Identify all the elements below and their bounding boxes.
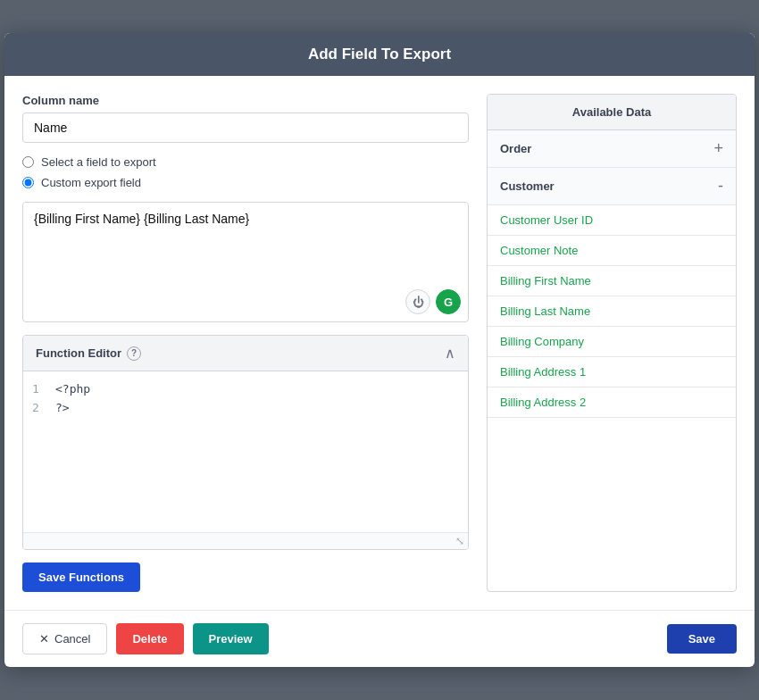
radio-custom-input[interactable] — [22, 177, 34, 188]
preview-button[interactable]: Preview — [193, 623, 269, 654]
radio-select-input[interactable] — [22, 156, 34, 168]
add-field-modal: Add Field To Export Column name Select a… — [4, 33, 755, 667]
textarea-icons: ⏻ G — [405, 289, 461, 314]
save-button[interactable]: Save — [667, 624, 737, 654]
data-item-customer-user-id[interactable]: Customer User ID — [488, 205, 736, 236]
right-panel: Available Data Order + Customer - Custom… — [487, 94, 737, 592]
code-editor[interactable]: 1 <?php 2 ?> — [23, 371, 468, 532]
column-name-group: Column name — [22, 94, 469, 143]
collapse-button[interactable]: ∧ — [445, 345, 455, 362]
data-item-customer-note[interactable]: Customer Note — [488, 236, 736, 266]
line-code-2: ?> — [55, 399, 70, 418]
customer-section-toggle[interactable]: - — [718, 177, 723, 196]
save-functions-button[interactable]: Save Functions — [22, 562, 140, 592]
code-line-1: 1 <?php — [32, 380, 459, 399]
radio-custom-label: Custom export field — [41, 176, 141, 189]
radio-custom-field[interactable]: Custom export field — [22, 176, 469, 189]
function-editor-title-text: Function Editor — [36, 346, 121, 360]
grammarly-icon: G — [444, 296, 453, 309]
radio-select-label: Select a field to export — [41, 155, 156, 169]
customer-section-header[interactable]: Customer - — [488, 168, 736, 205]
cancel-label: Cancel — [54, 632, 90, 646]
data-item-billing-address-1[interactable]: Billing Address 1 — [488, 357, 736, 388]
data-item-billing-last-name[interactable]: Billing Last Name — [488, 296, 736, 327]
power-icon: ⏻ — [413, 296, 424, 309]
function-editor-title-group: Function Editor ? — [36, 346, 141, 361]
available-data-list: Order + Customer - Customer User ID Cust… — [488, 130, 736, 591]
code-line-2: 2 ?> — [32, 399, 459, 418]
data-item-billing-company[interactable]: Billing Company — [488, 327, 736, 357]
grammarly-icon-btn[interactable]: G — [436, 289, 461, 314]
order-section-header[interactable]: Order + — [488, 130, 736, 168]
radio-select-field[interactable]: Select a field to export — [22, 155, 469, 169]
line-num-1: 1 — [32, 380, 45, 399]
custom-export-textarea-wrapper: {Billing First Name} {Billing Last Name}… — [22, 202, 469, 322]
data-item-billing-first-name[interactable]: Billing First Name — [488, 266, 736, 296]
resize-handle-wrapper: ⤡ — [23, 532, 468, 549]
available-data-header: Available Data — [488, 95, 736, 130]
modal-footer: ✕ Cancel Delete Preview Save — [4, 610, 755, 667]
modal-overlay: Add Field To Export Column name Select a… — [0, 0, 759, 700]
custom-export-textarea[interactable]: {Billing First Name} {Billing Last Name} — [23, 203, 468, 319]
help-icon[interactable]: ? — [127, 346, 141, 361]
modal-title: Add Field To Export — [308, 46, 451, 62]
function-editor-header: Function Editor ? ∧ — [23, 336, 468, 371]
column-name-input[interactable] — [22, 112, 469, 143]
modal-body: Column name Select a field to export Cus… — [4, 76, 755, 610]
resize-handle-icon[interactable]: ⤡ — [455, 535, 464, 547]
customer-section-title: Customer — [500, 179, 555, 193]
left-panel: Column name Select a field to export Cus… — [22, 94, 469, 592]
line-num-2: 2 — [32, 399, 45, 418]
order-section-title: Order — [500, 142, 531, 155]
cancel-icon: ✕ — [39, 632, 49, 646]
column-name-label: Column name — [22, 94, 469, 107]
order-section-toggle[interactable]: + — [713, 139, 723, 158]
footer-left-buttons: ✕ Cancel Delete Preview — [22, 623, 269, 654]
power-icon-btn[interactable]: ⏻ — [405, 289, 430, 314]
delete-button[interactable]: Delete — [116, 623, 183, 654]
radio-group: Select a field to export Custom export f… — [22, 155, 469, 189]
data-item-billing-address-2[interactable]: Billing Address 2 — [488, 388, 736, 418]
cancel-button[interactable]: ✕ Cancel — [22, 623, 107, 654]
function-editor: Function Editor ? ∧ 1 <?php — [22, 335, 469, 550]
line-code-1: <?php — [55, 380, 90, 399]
modal-header: Add Field To Export — [4, 33, 755, 76]
